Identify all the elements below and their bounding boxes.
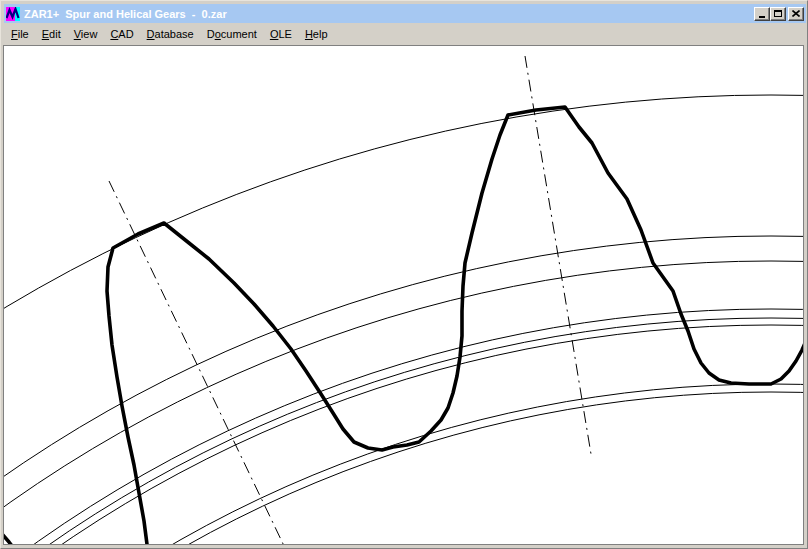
close-button[interactable] <box>788 7 804 21</box>
reference-circle <box>4 309 803 544</box>
app-icon <box>6 7 20 21</box>
tooth-profile <box>107 107 803 544</box>
minimize-button[interactable] <box>754 7 770 21</box>
menu-item-view[interactable]: View <box>68 26 104 42</box>
reference-circle <box>4 261 803 544</box>
menu-item-ole[interactable]: OLE <box>264 26 298 42</box>
drawing-canvas[interactable] <box>3 45 804 545</box>
titlebar-buttons <box>754 7 804 21</box>
menu-item-database[interactable]: Database <box>141 26 200 42</box>
app-window: ZAR1+ Spur and Helical Gears - 0.zar Fil… <box>0 0 808 549</box>
menu-item-file[interactable]: File <box>5 26 35 42</box>
gear-drawing <box>4 46 803 544</box>
menu-item-help[interactable]: Help <box>299 26 334 42</box>
menu-bar: FileEditViewCADDatabaseDocumentOLEHelp <box>4 23 806 44</box>
tooth-centerline <box>525 56 591 454</box>
maximize-button[interactable] <box>770 7 786 21</box>
close-icon <box>792 10 800 17</box>
menu-item-cad[interactable]: CAD <box>104 26 139 42</box>
window-title: ZAR1+ Spur and Helical Gears - 0.zar <box>24 8 754 20</box>
reference-circle <box>4 236 803 544</box>
tooth-profile <box>4 534 15 544</box>
reference-circle <box>4 325 803 544</box>
maximize-icon <box>774 10 782 17</box>
menu-item-edit[interactable]: Edit <box>36 26 67 42</box>
minimize-icon <box>759 16 765 18</box>
menu-item-document[interactable]: Document <box>201 26 263 42</box>
title-bar: ZAR1+ Spur and Helical Gears - 0.zar <box>4 4 806 23</box>
